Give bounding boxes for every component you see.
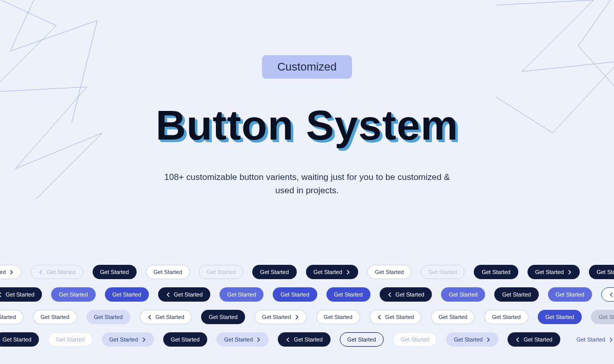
get-started-button[interactable]: Get Started xyxy=(484,310,528,324)
button-showcase: Get StartedGet StartedGet StartedGet Sta… xyxy=(0,265,614,347)
get-started-button[interactable]: Get Started xyxy=(93,265,137,279)
button-label: Get Started xyxy=(347,336,376,343)
chevron-left-icon xyxy=(387,292,392,297)
button-label: Get Started xyxy=(0,314,16,320)
button-label: Get Started xyxy=(401,336,429,343)
button-row: Get StartedGet StartedGet StartedGet Sta… xyxy=(0,332,614,347)
chevron-right-icon xyxy=(567,270,572,275)
button-label: Get Started xyxy=(154,269,182,275)
get-started-button[interactable]: Get Started xyxy=(474,265,518,279)
button-label: Get Started xyxy=(3,336,31,343)
get-started-button[interactable]: Get Started xyxy=(252,265,296,279)
get-started-button[interactable]: Get Started xyxy=(508,332,560,347)
get-started-button[interactable]: Get Started xyxy=(528,265,580,279)
get-started-button[interactable]: Get Started xyxy=(601,287,614,302)
get-started-button[interactable]: Get Started xyxy=(278,332,330,347)
button-label: Get Started xyxy=(174,291,203,298)
button-label: Get Started xyxy=(156,314,184,320)
get-started-button[interactable]: Get Started xyxy=(86,310,130,324)
button-label: Get Started xyxy=(428,269,457,275)
button-label: Get Started xyxy=(207,269,235,275)
chevron-left-icon xyxy=(147,315,152,320)
chevron-left-icon xyxy=(609,292,613,297)
get-started-button[interactable]: Get Started xyxy=(441,287,485,302)
get-started-button[interactable]: Get Started xyxy=(380,287,432,302)
get-started-button[interactable]: Get Started xyxy=(48,332,92,347)
get-started-button[interactable]: Get Started xyxy=(591,310,614,324)
button-label: Get Started xyxy=(454,336,483,343)
button-label: Get Started xyxy=(6,291,34,298)
get-started-button[interactable]: Get Started xyxy=(569,332,614,347)
button-label: Get Started xyxy=(171,336,200,343)
button-label: Get Started xyxy=(492,314,520,320)
get-started-button[interactable]: Get Started xyxy=(254,310,306,324)
button-label: Get Started xyxy=(577,336,605,343)
get-started-button[interactable]: Get Started xyxy=(158,287,210,302)
hero-section: Customized Button System 108+ customizab… xyxy=(0,0,614,198)
get-started-button[interactable]: Get Started xyxy=(140,310,192,324)
button-label: Get Started xyxy=(40,314,69,320)
get-started-button[interactable]: Get Started xyxy=(548,287,592,302)
button-label: Get Started xyxy=(385,314,414,320)
get-started-button[interactable]: Get Started xyxy=(199,265,243,279)
chevron-right-icon xyxy=(142,337,146,342)
button-label: Get Started xyxy=(502,291,531,298)
get-started-button[interactable]: Get Started xyxy=(0,332,39,347)
get-started-button[interactable]: Get Started xyxy=(326,287,370,302)
button-label: Get Started xyxy=(556,291,584,298)
get-started-button[interactable]: Get Started xyxy=(446,332,498,347)
button-label: Get Started xyxy=(481,269,510,275)
page-subtitle: 108+ customizable button varients, waiti… xyxy=(164,171,450,198)
button-label: Get Started xyxy=(227,291,256,298)
button-label: Get Started xyxy=(47,269,75,275)
button-label: Get Started xyxy=(324,314,353,320)
get-started-button[interactable]: Get Started xyxy=(201,310,245,324)
chevron-left-icon xyxy=(377,315,382,320)
get-started-button[interactable]: Get Started xyxy=(494,287,538,302)
button-row: Get StartedGet StartedGet StartedGet Sta… xyxy=(0,310,614,324)
page-title: Button System xyxy=(156,101,458,149)
get-started-button[interactable]: Get Started xyxy=(421,265,465,279)
button-label: Get Started xyxy=(396,291,424,298)
button-row: Get StartedGet StartedGet StartedGet Sta… xyxy=(0,287,614,302)
chevron-right-icon xyxy=(9,270,14,275)
button-label: Get Started xyxy=(56,336,84,343)
get-started-button[interactable]: Get Started xyxy=(367,265,411,279)
get-started-button[interactable]: Get Started xyxy=(216,332,269,347)
get-started-button[interactable]: Get Started xyxy=(105,287,149,302)
button-label: Get Started xyxy=(109,336,138,343)
get-started-button[interactable]: Get Started xyxy=(163,332,207,347)
get-started-button[interactable]: Get Started xyxy=(316,310,360,324)
chevron-right-icon xyxy=(609,337,613,342)
get-started-button[interactable]: Get Started xyxy=(431,310,475,324)
get-started-button[interactable]: Get Started xyxy=(369,310,422,324)
get-started-button[interactable]: Get Started xyxy=(0,265,21,279)
get-started-button[interactable]: Get Started xyxy=(340,332,384,347)
button-label: Get Started xyxy=(224,336,253,343)
get-started-button[interactable]: Get Started xyxy=(102,332,154,347)
button-label: Get Started xyxy=(260,269,289,275)
chevron-left-icon xyxy=(286,337,290,342)
chevron-right-icon xyxy=(295,315,299,320)
get-started-button[interactable]: Get Started xyxy=(273,287,317,302)
button-label: Get Started xyxy=(523,336,552,343)
button-label: Get Started xyxy=(113,291,141,298)
get-started-button[interactable]: Get Started xyxy=(589,265,614,279)
get-started-button[interactable]: Get Started xyxy=(0,287,42,302)
get-started-button[interactable]: Get Started xyxy=(220,287,264,302)
get-started-button[interactable]: Get Started xyxy=(306,265,358,279)
get-started-button[interactable]: Get Started xyxy=(393,332,437,347)
get-started-button[interactable]: Get Started xyxy=(31,265,83,279)
chevron-right-icon xyxy=(346,270,350,275)
get-started-button[interactable]: Get Started xyxy=(0,310,24,324)
button-label: Get Started xyxy=(94,314,123,320)
get-started-button[interactable]: Get Started xyxy=(33,310,77,324)
button-label: Get Started xyxy=(597,269,614,275)
button-label: Get Started xyxy=(375,269,404,275)
button-row: Get StartedGet StartedGet StartedGet Sta… xyxy=(0,265,614,279)
get-started-button[interactable]: Get Started xyxy=(146,265,190,279)
chevron-left-icon xyxy=(166,292,170,297)
get-started-button[interactable]: Get Started xyxy=(538,310,582,324)
button-label: Get Started xyxy=(599,314,614,320)
get-started-button[interactable]: Get Started xyxy=(51,287,95,302)
